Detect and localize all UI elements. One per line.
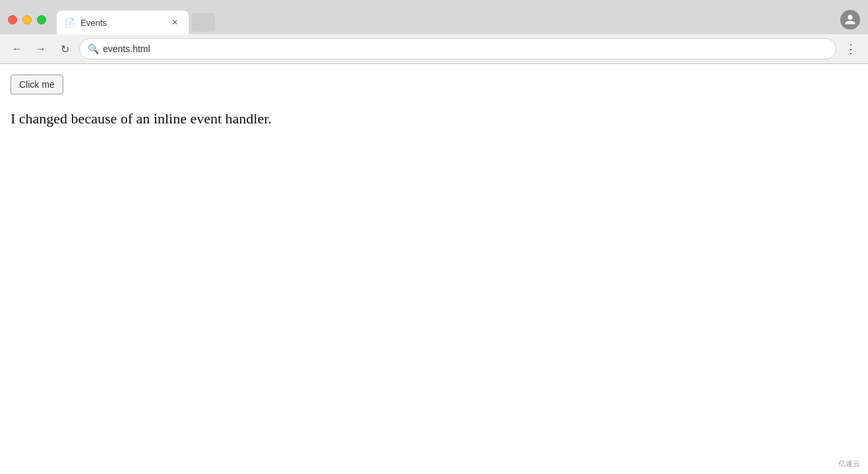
maximize-button[interactable]	[37, 15, 46, 24]
reload-icon: ↻	[61, 43, 69, 55]
menu-icon: ⋮	[845, 42, 857, 56]
page-paragraph: I changed because of an inline event han…	[11, 110, 857, 127]
tab-close-icon[interactable]: ✕	[169, 17, 181, 28]
back-icon: ←	[12, 43, 22, 55]
address-text: events.html	[103, 44, 828, 54]
tab-title: Events	[80, 18, 164, 28]
close-button[interactable]	[8, 15, 17, 24]
tab-icon: 📄	[65, 18, 75, 28]
browser-menu-button[interactable]: ⋮	[842, 40, 860, 58]
address-bar[interactable]: 🔍 events.html	[79, 38, 836, 59]
reload-button[interactable]: ↻	[55, 40, 74, 58]
tab-area: 📄 Events ✕	[57, 5, 840, 34]
browser-chrome: 📄 Events ✕ ← → ↻ 🔍 events.html ⋮	[0, 0, 868, 64]
watermark: 亿速云	[838, 459, 860, 469]
page-content: Click me I changed because of an inline …	[0, 64, 868, 474]
profile-icon[interactable]	[840, 10, 860, 30]
browser-tab[interactable]: 📄 Events ✕	[57, 11, 189, 34]
forward-button[interactable]: →	[32, 40, 50, 58]
nav-bar: ← → ↻ 🔍 events.html ⋮	[0, 34, 868, 63]
title-bar: 📄 Events ✕	[0, 0, 868, 34]
click-me-button[interactable]: Click me	[11, 75, 63, 94]
back-button[interactable]: ←	[8, 40, 26, 58]
traffic-lights	[8, 15, 46, 24]
forward-icon: →	[36, 43, 46, 55]
new-tab-area	[191, 13, 215, 32]
search-icon: 🔍	[88, 44, 99, 54]
minimize-button[interactable]	[22, 15, 32, 24]
